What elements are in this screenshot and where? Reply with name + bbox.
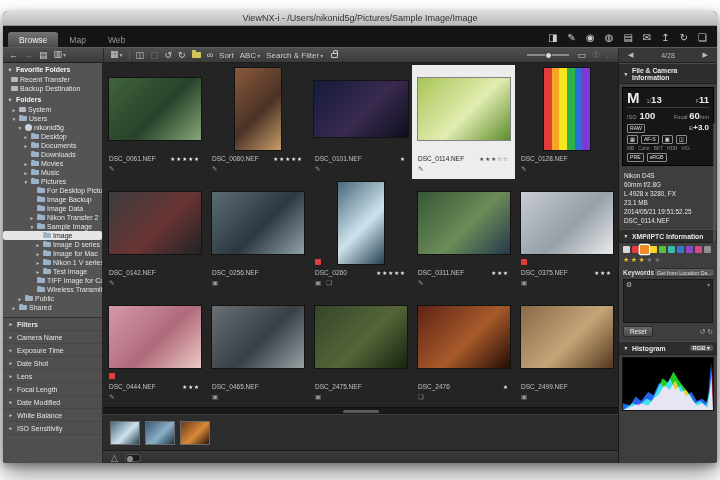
disclosure-icon[interactable]: ▾ [11,116,17,122]
star-rating[interactable]: ★ [400,156,406,162]
filter-date-modified[interactable]: ▸Date Modified [3,396,102,409]
disclosure-icon[interactable]: ▸ [35,260,41,266]
thumbnail-image[interactable] [206,293,309,381]
back-icon[interactable]: ← [9,51,18,60]
tree-item-nikonid5g[interactable]: ▾nikonid5g [3,123,102,132]
disclosure-icon[interactable]: ▾ [23,179,29,185]
monitor-icon[interactable]: ▭ [577,51,586,60]
rotate-ccw-icon[interactable]: ↺ [165,51,173,60]
rotate-cw-icon[interactable]: ↻ [178,51,186,60]
reset-button[interactable]: Reset [623,326,653,337]
thumbnail-cell[interactable]: DSC_0256.NEF▣ [206,179,309,293]
folder-up-icon[interactable]: ▤ [39,51,48,60]
movie-editor-icon[interactable]: ◉ [586,33,595,43]
add-keyword-icon[interactable]: ▾ [707,281,710,288]
thumbnail-image[interactable] [206,65,309,153]
thumbnail-cell[interactable]: DSC_0114.NEF★★★☆☆✎ [412,65,515,179]
thumbnail-cell[interactable]: DSC_0101.NEF★✎ [309,65,412,179]
tree-item-desktop[interactable]: ▸Desktop [3,132,102,141]
title-bar[interactable]: ViewNX-i - /Users/nikonid5g/Pictures/Sam… [3,11,717,26]
tree-item-image[interactable]: Image [3,231,102,240]
disclosure-icon[interactable]: ▸ [11,107,17,113]
thumbnail-image[interactable] [309,65,412,153]
label-color-0[interactable] [623,246,630,253]
tree-item-test-image[interactable]: ▸Test Image [3,267,102,276]
label-color-6[interactable] [677,246,684,253]
thumbnail-image[interactable] [412,179,515,267]
thumbnail-cell[interactable]: DSC_0465.NEF▣ [206,293,309,407]
tray-thumb-seascape[interactable] [145,421,175,445]
label-color-5[interactable] [668,246,675,253]
thumbnail-image[interactable] [103,179,206,267]
filter-camera-name[interactable]: ▸Camera Name [3,331,102,344]
rating-star-4[interactable]: ★ [646,256,652,264]
undo-icon[interactable]: ↺ [699,328,705,335]
star-rating[interactable]: ★★★★★ [273,156,303,162]
tree-item-users[interactable]: ▾Users [3,114,102,123]
disclosure-icon[interactable]: ▸ [23,134,29,140]
filter-status-icon[interactable]: △ [111,453,118,463]
disclosure-icon[interactable]: ▾ [17,125,23,131]
favorite-item[interactable]: Recent Transfer [3,75,102,84]
tree-item-music[interactable]: ▸Music [3,168,102,177]
filter-lens[interactable]: ▸Lens [3,370,102,383]
star-rating[interactable]: ★★★★★ [170,156,200,162]
view-mode-icon[interactable]: ▦▾ [110,50,123,60]
tree-item-public[interactable]: ▸Public [3,294,102,303]
tray-thumb-waterfall[interactable] [110,421,140,445]
tree-item-system[interactable]: ▸System [3,105,102,114]
filters-header[interactable]: ▸ Filters [3,318,102,331]
thumbnail-cell[interactable]: DSC_0311.NEF★★★✎ [412,179,515,293]
thumbnail-cell[interactable]: DSC_0061.NEF★★★★★✎ [103,65,206,179]
thumbnail-image[interactable] [515,293,618,381]
thumbnail-cell[interactable]: DSC_2499.NEF▣ [515,293,618,407]
disclosure-icon[interactable]: ▸ [35,251,41,257]
search-filter-button[interactable]: Search & Filter▾ [266,51,323,60]
upload-icon[interactable]: ↥ [661,33,669,43]
capture-nx-icon[interactable]: ◨ [548,33,557,43]
thumbnail-cell[interactable]: DSC_2475.NEF▣ [309,293,412,407]
tree-item-image-data[interactable]: Image Data [3,204,102,213]
tab-map[interactable]: Map [58,32,97,47]
label-color-7[interactable] [686,246,693,253]
tree-item-nikon-1-v-series[interactable]: ▸Nikon 1 V series [3,258,102,267]
print-icon[interactable]: ▤ [623,33,632,43]
star-rating[interactable]: ★★★ [491,270,509,276]
filter-iso-sensitivity[interactable]: ▸ISO Sensitivity [3,422,102,435]
lock-icon[interactable] [331,53,338,58]
tree-item-for-desktop-picture[interactable]: For Desktop Picture [3,186,102,195]
convert-files-icon[interactable]: ↻ [680,33,688,43]
thumbnail-image[interactable] [309,179,412,267]
histogram-header[interactable]: ▾ Histogram RGB ▾ [619,341,717,355]
favorite-item[interactable]: Backup Destination [3,84,102,93]
tray-thumb-sunset[interactable] [180,421,210,445]
label-color-2[interactable] [640,245,649,254]
tree-item-image-backup[interactable]: Image Backup [3,195,102,204]
thumbnail-cell[interactable]: DSC_0375.NEF★★★▣ [515,179,618,293]
image-viewer-icon[interactable]: ▢ [150,51,159,60]
actual-size-icon[interactable]: ① [592,51,600,60]
thumbnail-cell[interactable]: DSC_0128.NEF✎ [515,65,618,179]
thumbnail-image[interactable] [309,293,412,381]
filter-exposure-time[interactable]: ▸Exposure Time [3,344,102,357]
thumbnail-image[interactable] [412,293,515,381]
next-image-icon[interactable]: ▶ [703,51,708,59]
disclosure-icon[interactable]: ▾ [29,224,35,230]
tree-item-documents[interactable]: ▸Documents [3,141,102,150]
xmp-iptc-header[interactable]: ▾ XMP/IPTC Information [619,229,717,243]
star-rating[interactable]: ★ [503,384,509,390]
thumbnail-cell[interactable]: DSC_0142.NEF✎ [103,179,206,293]
tree-item-image-for-mac[interactable]: ▸Image for Mac [3,249,102,258]
tree-item-sample-image[interactable]: ▾Sample Image [3,222,102,231]
edit-icon[interactable]: ✎ [568,33,576,43]
email-icon[interactable]: ✉ [643,33,651,43]
label-color-9[interactable] [704,246,711,253]
thumbnail-image[interactable] [206,179,309,267]
filmstrip-toggle[interactable] [125,454,141,462]
disclosure-icon[interactable]: ▸ [23,170,29,176]
filter-date-shot[interactable]: ▸Date Shot [3,357,102,370]
disclosure-icon[interactable]: ▸ [23,143,29,149]
keywords-input[interactable]: ⚙ ▾ [623,279,713,323]
rating-star-5[interactable]: ★ [654,256,660,264]
tree-item-tiff-image-for-capture-[interactable]: TIFF Image for Capture .. [3,276,102,285]
